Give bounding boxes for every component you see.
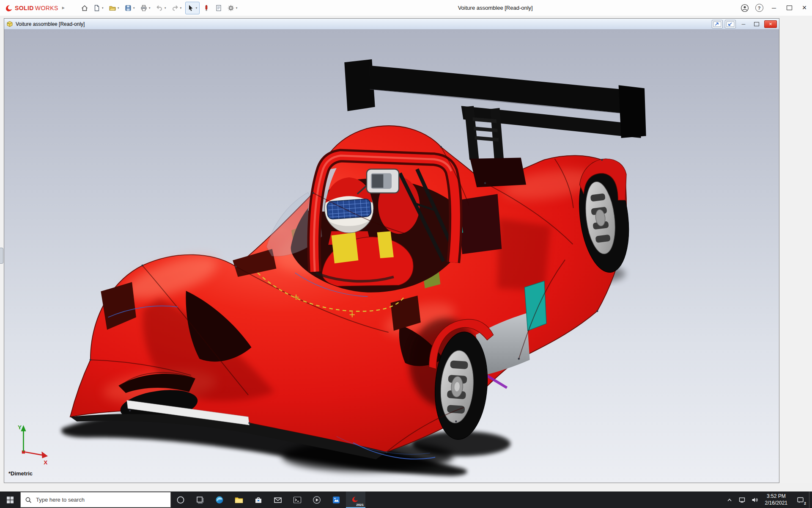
close-icon: × xyxy=(802,3,807,12)
select-cursor-icon xyxy=(187,4,195,12)
document-title: Voiture assomblee [Read-only] xyxy=(16,21,85,27)
brand-solid-text: SOLID xyxy=(15,5,34,11)
account-button[interactable] xyxy=(739,3,750,14)
select-tool-button[interactable]: ▼ xyxy=(185,2,200,14)
store-icon xyxy=(254,495,263,505)
dropdown-arrow-icon[interactable]: ▼ xyxy=(133,7,135,9)
network-icon xyxy=(738,496,746,503)
solidworks-app: SOLIDWORKS ▶ ▼ xyxy=(0,0,812,508)
chevron-up-icon xyxy=(726,497,733,503)
touch-pen-icon xyxy=(203,4,210,12)
document-window: Voiture assomblee [Read-only] xyxy=(4,18,779,483)
volume-tray-button[interactable] xyxy=(749,491,761,508)
dropdown-arrow-icon[interactable]: ▼ xyxy=(117,7,120,9)
maximize-button[interactable] xyxy=(782,0,797,16)
save-icon xyxy=(124,4,132,12)
3d-scene[interactable]: Y X xyxy=(4,29,779,483)
solidworks-version-badge: 2021 xyxy=(356,503,364,507)
action-center-icon xyxy=(796,496,804,504)
close-button[interactable]: × xyxy=(797,0,812,16)
status-bar xyxy=(0,483,812,491)
maximize-icon xyxy=(754,22,759,26)
media-app-button[interactable] xyxy=(307,491,326,508)
dropdown-arrow-icon[interactable]: ▼ xyxy=(236,7,238,9)
edge-button[interactable] xyxy=(210,491,229,508)
redo-button[interactable]: ▼ xyxy=(170,2,184,14)
minimize-icon: ─ xyxy=(772,5,776,11)
print-icon xyxy=(140,4,148,12)
app-client-area: Voiture assomblee [Read-only] xyxy=(0,16,812,491)
doc-restore-view-button[interactable] xyxy=(725,20,736,28)
start-button[interactable] xyxy=(0,491,20,508)
app-titlebar: SOLIDWORKS ▶ ▼ xyxy=(0,0,812,16)
hidden-icons-button[interactable] xyxy=(723,491,736,508)
notification-count-badge: 2 xyxy=(804,501,806,505)
harness-strap xyxy=(332,232,359,263)
doc-fullscreen-button[interactable] xyxy=(712,20,723,28)
search-input[interactable] xyxy=(35,496,159,503)
maximize-icon xyxy=(787,6,792,10)
photos-app-button[interactable] xyxy=(326,491,346,508)
solidworks-app-button[interactable]: 2021 xyxy=(346,491,365,508)
new-document-button[interactable]: ▼ xyxy=(91,2,106,14)
document-properties-icon xyxy=(215,4,222,12)
undo-button[interactable]: ▼ xyxy=(154,2,168,14)
network-tray-button[interactable] xyxy=(736,491,749,508)
dropdown-arrow-icon[interactable]: ▼ xyxy=(164,7,167,9)
dropdown-arrow-icon[interactable]: ▼ xyxy=(195,7,198,9)
main-toolbar: ▼ ▼ ▼ xyxy=(79,2,240,14)
panel-splitter-tab[interactable] xyxy=(0,248,3,264)
help-button[interactable]: ? xyxy=(754,3,765,14)
store-button[interactable] xyxy=(249,491,268,508)
task-view-icon xyxy=(196,496,204,504)
file-explorer-button[interactable] xyxy=(229,491,249,508)
cortana-icon xyxy=(176,495,185,505)
document-properties-button[interactable] xyxy=(213,2,224,14)
graphics-area[interactable]: Y X *Dimetric xyxy=(4,29,779,483)
media-app-icon xyxy=(312,495,321,505)
doc-close-button[interactable]: × xyxy=(764,20,777,28)
search-icon xyxy=(25,497,32,503)
doc-minimize-button[interactable]: ─ xyxy=(738,20,749,28)
dropdown-arrow-icon[interactable]: ▼ xyxy=(148,7,151,9)
window-title: Voiture assomblee [Read-only] xyxy=(458,5,533,11)
file-explorer-icon xyxy=(234,495,244,505)
system-tray: 3:52 PM 2/16/2021 2 xyxy=(723,491,812,508)
task-view-button[interactable] xyxy=(190,491,210,508)
print-button[interactable]: ▼ xyxy=(138,2,153,14)
restore-view-icon xyxy=(726,21,735,27)
open-button[interactable]: ▼ xyxy=(107,2,121,14)
account-icon xyxy=(741,4,749,12)
brand-expand-caret[interactable]: ▶ xyxy=(62,6,65,10)
touch-pen-button[interactable] xyxy=(201,2,212,14)
options-button[interactable]: ▼ xyxy=(225,2,240,14)
open-folder-icon xyxy=(109,4,116,12)
home-button[interactable] xyxy=(79,2,90,14)
teal-panel xyxy=(524,281,546,331)
minimize-icon: ─ xyxy=(742,21,746,27)
clock-time: 3:52 PM xyxy=(765,493,787,500)
doc-maximize-button[interactable] xyxy=(751,20,762,28)
close-icon: × xyxy=(769,21,772,27)
dropdown-arrow-icon[interactable]: ▼ xyxy=(180,7,182,9)
solidworks-brand: SOLIDWORKS ▶ xyxy=(4,3,65,13)
clock-date: 2/16/2021 xyxy=(765,500,787,507)
terminal-icon xyxy=(293,495,302,505)
help-icon: ? xyxy=(755,4,763,12)
mail-button[interactable] xyxy=(268,491,288,508)
taskbar-search[interactable] xyxy=(20,492,171,508)
document-window-buttons: ─ × xyxy=(712,20,777,28)
terminal-button[interactable] xyxy=(288,491,307,508)
dropdown-arrow-icon[interactable]: ▼ xyxy=(102,7,104,9)
cortana-button[interactable] xyxy=(171,491,190,508)
save-button[interactable]: ▼ xyxy=(123,2,137,14)
show-desktop-button[interactable] xyxy=(809,491,812,508)
home-icon xyxy=(81,4,88,12)
action-center-button[interactable]: 2 xyxy=(791,491,809,508)
minimize-button[interactable]: ─ xyxy=(766,0,782,16)
document-titlebar[interactable]: Voiture assomblee [Read-only] xyxy=(4,19,779,30)
window-controls: ? ─ × xyxy=(738,0,812,16)
taskbar-clock[interactable]: 3:52 PM 2/16/2021 xyxy=(761,493,791,506)
mail-icon xyxy=(273,495,283,505)
undo-icon xyxy=(156,4,163,12)
